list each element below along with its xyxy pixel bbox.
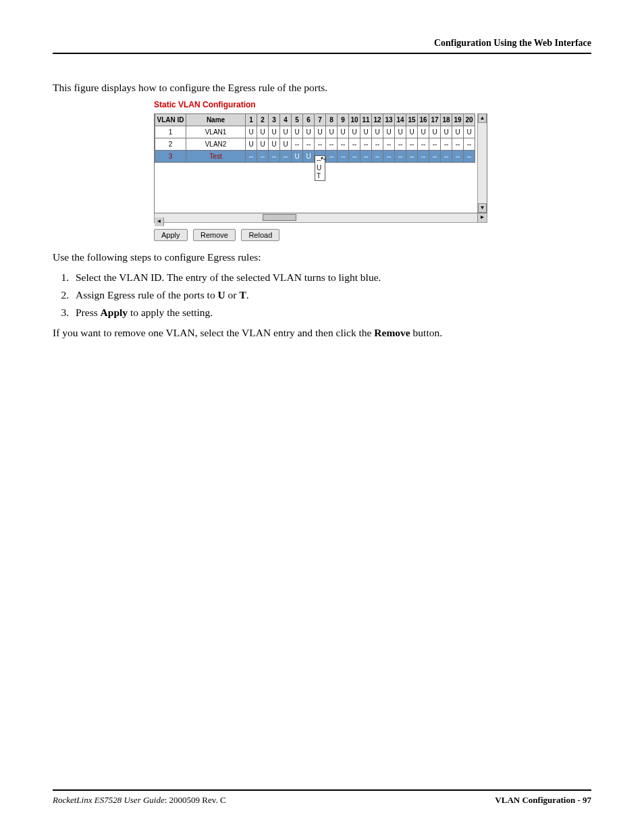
port-cell[interactable]: -- [338, 138, 349, 151]
scroll-up-icon[interactable]: ▲ [478, 113, 487, 123]
port-cell[interactable]: U [292, 126, 303, 138]
port-cell[interactable]: U [257, 138, 269, 151]
port-cell[interactable]: -- [257, 151, 269, 163]
port-cell[interactable]: -- [452, 138, 464, 151]
scroll-thumb[interactable] [263, 214, 296, 221]
footer-rev: : 2000509 Rev. C [165, 795, 226, 805]
intro-text: This figure displays how to configure th… [53, 80, 591, 96]
port-cell[interactable]: -- [338, 151, 349, 163]
steps-intro: Use the following steps to configure Egr… [53, 249, 591, 265]
port-cell[interactable]: -- [349, 151, 360, 163]
port-cell[interactable]: U [418, 126, 429, 138]
remove-button[interactable]: Remove [193, 229, 236, 241]
port-cell[interactable]: -- [406, 138, 418, 151]
scroll-left-icon[interactable]: ◄ [155, 217, 164, 226]
port-cell[interactable]: -- [429, 138, 441, 151]
port-cell[interactable]: -- [303, 138, 315, 151]
port-cell[interactable]: -- [246, 151, 257, 163]
port-cell[interactable]: -- [280, 151, 292, 163]
port-cell[interactable]: -- [441, 151, 452, 163]
port-cell[interactable]: U [246, 126, 257, 138]
page-footer: RocketLinx ES7528 User Guide: 2000509 Re… [53, 789, 591, 806]
list-item: Press Apply to apply the setting. [72, 305, 591, 321]
remove-note: If you want to remove one VLAN, select t… [53, 325, 591, 341]
figure-title: Static VLAN Configuration [154, 100, 591, 109]
port-cell[interactable]: -- [406, 151, 418, 163]
port-cell[interactable]: U [360, 126, 372, 138]
port-cell[interactable]: -- [418, 138, 429, 151]
port-cell[interactable]: -- [395, 151, 406, 163]
port-cell[interactable]: U [303, 151, 315, 163]
list-item: Select the VLAN ID. The entry of the sel… [72, 269, 591, 286]
port-cell[interactable]: U [464, 126, 475, 138]
port-cell[interactable]: -- [360, 151, 372, 163]
apply-button[interactable]: Apply [154, 229, 188, 241]
port-cell[interactable]: -- [360, 138, 372, 151]
dropdown-option[interactable]: U [315, 164, 325, 172]
port-cell[interactable]: U [280, 126, 292, 138]
port-cell[interactable]: -- [452, 151, 464, 163]
port-cell[interactable]: U [246, 138, 257, 151]
port-cell[interactable]: -- [383, 138, 395, 151]
port-cell[interactable]: -- [383, 151, 395, 163]
port-cell[interactable]: U [383, 126, 395, 138]
port-cell[interactable]: -- [326, 138, 338, 151]
dropdown-option[interactable]: T [315, 172, 325, 180]
steps-list: Select the VLAN ID. The entry of the sel… [53, 269, 591, 321]
port-cell[interactable]: U [395, 126, 406, 138]
reload-button[interactable]: Reload [241, 229, 279, 241]
port-cell[interactable]: U [269, 138, 280, 151]
port-cell[interactable]: -- [349, 138, 360, 151]
port-cell[interactable]: U [452, 126, 464, 138]
port-cell[interactable]: U [269, 126, 280, 138]
horizontal-scrollbar[interactable]: ◄ ► [154, 213, 487, 223]
scroll-right-icon[interactable]: ► [477, 213, 487, 222]
vertical-scrollbar[interactable]: ▲ ▼ [477, 113, 487, 213]
port-cell[interactable]: U [372, 126, 383, 138]
port-cell[interactable]: -- [292, 138, 303, 151]
table-row[interactable]: 2VLAN2UUUU------------------------------… [155, 138, 475, 151]
port-cell[interactable]: -- [464, 138, 475, 151]
port-cell[interactable]: -- [395, 138, 406, 151]
port-cell[interactable]: -- [441, 138, 452, 151]
list-item: Assign Egress rule of the ports to U or … [72, 287, 591, 303]
port-cell[interactable]: U [349, 126, 360, 138]
port-cell[interactable]: -- [429, 151, 441, 163]
port-cell[interactable]: U [326, 126, 338, 138]
port-cell[interactable]: U [280, 138, 292, 151]
scroll-down-icon[interactable]: ▼ [478, 203, 487, 213]
port-cell[interactable]: -- [372, 138, 383, 151]
port-cell[interactable]: U [338, 126, 349, 138]
port-cell[interactable]: -- [418, 151, 429, 163]
port-cell[interactable]: U [257, 126, 269, 138]
footer-page: VLAN Configuration - 97 [495, 795, 591, 806]
port-cell[interactable]: U [315, 126, 326, 138]
port-cell[interactable]: -- [464, 151, 475, 163]
port-cell[interactable]: U [303, 126, 315, 138]
vlan-config-figure: Static VLAN Configuration VLAN IDName123… [154, 100, 591, 241]
port-cell[interactable]: U [429, 126, 441, 138]
port-cell[interactable]: U [406, 126, 418, 138]
port-cell[interactable]: -- [315, 138, 326, 151]
footer-product: RocketLinx ES7528 User Guide [53, 795, 165, 805]
port-cell[interactable]: U [441, 126, 452, 138]
port-cell[interactable]: U [292, 151, 303, 163]
port-cell[interactable]: -- [269, 151, 280, 163]
table-row[interactable]: 1VLAN1UUUUUUUUUUUUUUUUUUUU [155, 126, 475, 138]
vlan-table-container: VLAN IDName12345678910111213141516171819… [154, 113, 487, 213]
port-cell[interactable]: -- [372, 151, 383, 163]
page-header: Configuration Using the Web Interface [53, 38, 591, 54]
